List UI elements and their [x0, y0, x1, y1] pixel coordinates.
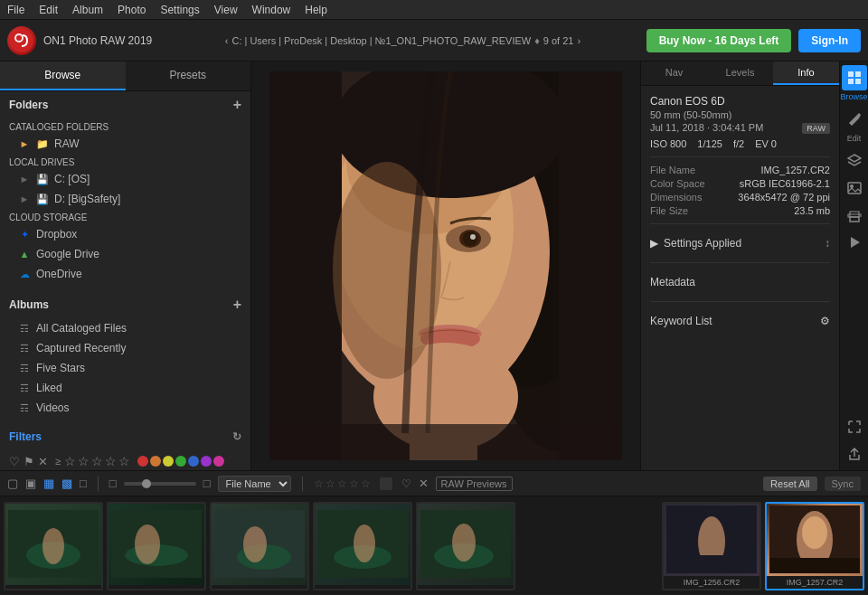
rate-star-4[interactable]: ☆	[349, 477, 359, 490]
color-dot-purple[interactable]	[201, 456, 212, 467]
reject-filter-icon[interactable]: ✕	[38, 455, 48, 468]
add-folder-button[interactable]: +	[233, 97, 241, 113]
film-item-5[interactable]	[416, 502, 515, 590]
videos-label: Videos	[36, 401, 69, 414]
sidebar-item-dropbox[interactable]: ✦ Dropbox	[0, 224, 250, 244]
prev-image-btn[interactable]: ‹	[225, 35, 229, 46]
sidebar-item-c-drive[interactable]: ► 💾 C: [OS]	[0, 169, 250, 189]
color-dot-orange[interactable]	[150, 456, 161, 467]
color-dot-red[interactable]	[137, 456, 148, 467]
color-dot-green[interactable]	[175, 456, 186, 467]
view-compare-icon[interactable]: ▣	[25, 477, 36, 490]
film-item-4[interactable]	[313, 502, 412, 590]
sidebar-item-google-drive[interactable]: ▲ Google Drive	[0, 244, 250, 264]
zoom-thumb[interactable]	[142, 479, 151, 488]
sort-select[interactable]: File Name	[218, 476, 291, 492]
filter-row: ♡ ⚑ ✕ ≥ ☆ ☆ ☆ ☆ ☆	[9, 454, 241, 468]
fullscreen-icon[interactable]	[842, 414, 867, 439]
view-single-icon[interactable]: ▢	[7, 477, 18, 490]
tab-levels[interactable]: Levels	[707, 61, 773, 85]
film-item-2[interactable]	[107, 502, 206, 590]
star-1[interactable]: ☆	[64, 454, 76, 468]
sidebar-item-all-cataloged[interactable]: ☶ All Cataloged Files	[0, 318, 250, 338]
color-dot-blue[interactable]	[188, 456, 199, 467]
menu-item-edit[interactable]: Edit	[39, 4, 58, 16]
menu-item-window[interactable]: Window	[252, 4, 291, 16]
metadata-section[interactable]: Metadata	[650, 270, 830, 294]
color-label-box[interactable]	[380, 477, 392, 490]
menu-item-album[interactable]: Album	[72, 4, 103, 16]
sidebar-item-raw[interactable]: ► 📁 RAW	[0, 134, 250, 154]
right-panel-tabs: Nav Levels Info	[641, 61, 839, 86]
rating-gte-icon[interactable]: ≥	[55, 456, 61, 467]
print-icon[interactable]	[842, 203, 867, 228]
menu-item-view[interactable]: View	[214, 4, 238, 16]
menu-item-settings[interactable]: Settings	[160, 4, 199, 16]
keyword-list-label: Keyword List	[650, 315, 712, 327]
raw-previews-toggle[interactable]: RAW Previews	[436, 477, 513, 491]
heart-toolbar-icon[interactable]: ♡	[401, 477, 411, 490]
keyword-gear-icon[interactable]: ⚙	[820, 315, 830, 327]
star-4[interactable]: ☆	[105, 454, 117, 468]
keyword-list-section[interactable]: Keyword List ⚙	[650, 309, 830, 333]
view-filmstrip-icon[interactable]: ▩	[61, 477, 72, 490]
settings-applied-section[interactable]: ▶ Settings Applied ↕	[650, 231, 830, 255]
reset-all-button[interactable]: Reset All	[763, 477, 816, 491]
sign-in-button[interactable]: Sign-In	[798, 29, 861, 52]
slideshow-icon[interactable]	[842, 230, 867, 255]
zoom-in-icon[interactable]: □	[203, 477, 211, 490]
zoom-slider[interactable]	[124, 482, 196, 486]
sidebar-item-captured-recently[interactable]: ☶ Captured Recently	[0, 338, 250, 358]
menu-item-file[interactable]: File	[7, 4, 24, 16]
filters-section-header[interactable]: Filters ↻	[0, 425, 250, 449]
menu-item-photo[interactable]: Photo	[118, 4, 146, 16]
heart-filter-icon[interactable]: ♡	[9, 455, 20, 468]
edit-mode-icon[interactable]	[842, 107, 867, 132]
tab-info[interactable]: Info	[773, 61, 839, 85]
right-panel-content: Canon EOS 6D 50 mm (50-50mm) Jul 11, 201…	[641, 86, 839, 470]
film-item-1[interactable]	[4, 502, 103, 590]
film-item-7[interactable]: IMG_1257.CR2	[765, 502, 864, 590]
color-dot-magenta[interactable]	[213, 456, 224, 467]
color-space-row: Color Space sRGB IEC61966-2.1	[650, 178, 830, 189]
film-item-3[interactable]	[210, 502, 309, 590]
tab-browse[interactable]: Browse	[0, 61, 126, 90]
sidebar-item-onedrive[interactable]: ☁ OneDrive	[0, 264, 250, 284]
photo-icon[interactable]	[842, 175, 867, 201]
albums-section-header[interactable]: Albums +	[0, 291, 250, 318]
folders-section-header[interactable]: Folders +	[0, 91, 250, 118]
sync-button[interactable]: Sync	[825, 477, 861, 491]
share-icon[interactable]	[842, 441, 867, 467]
flag-filter-icon[interactable]: ⚑	[24, 455, 34, 468]
tab-presets[interactable]: Presets	[126, 61, 251, 90]
reject-toolbar-icon[interactable]: ✕	[419, 477, 429, 490]
rate-star-2[interactable]: ☆	[326, 477, 335, 490]
sidebar-item-d-drive[interactable]: ► 💾 D: [BigSafety]	[0, 189, 250, 209]
rate-star-5[interactable]: ☆	[361, 477, 371, 490]
sidebar-item-videos[interactable]: ☶ Videos	[0, 398, 250, 418]
rate-star-1[interactable]: ☆	[314, 477, 324, 490]
view-loupe-icon[interactable]: □	[80, 477, 87, 490]
filter-stars: ☆ ☆ ☆ ☆ ☆	[64, 454, 130, 468]
film-item-6[interactable]: IMG_1256.CR2	[662, 502, 761, 590]
album-liked-icon: ☶	[18, 382, 31, 394]
sidebar-item-liked[interactable]: ☶ Liked	[0, 378, 250, 398]
filter-reset-icon[interactable]: ↻	[232, 430, 241, 443]
menu-item-help[interactable]: Help	[305, 4, 327, 16]
add-album-button[interactable]: +	[233, 297, 241, 313]
layers-icon[interactable]	[842, 148, 867, 174]
view-grid-icon[interactable]: ▦	[43, 477, 54, 490]
folders-label: Folders	[9, 99, 48, 111]
album-stars-icon: ☶	[18, 362, 31, 374]
buy-now-button[interactable]: Buy Now - 16 Days Left	[646, 29, 792, 52]
star-5[interactable]: ☆	[118, 454, 130, 468]
rate-star-3[interactable]: ☆	[337, 477, 347, 490]
star-3[interactable]: ☆	[91, 454, 103, 468]
star-2[interactable]: ☆	[78, 454, 90, 468]
browse-mode-icon[interactable]	[842, 65, 867, 90]
sidebar-item-five-stars[interactable]: ☶ Five Stars	[0, 358, 250, 378]
next-image-btn[interactable]: ›	[577, 35, 580, 46]
color-dot-yellow[interactable]	[163, 456, 174, 467]
tab-nav[interactable]: Nav	[641, 61, 707, 85]
zoom-out-icon[interactable]: □	[109, 477, 117, 490]
